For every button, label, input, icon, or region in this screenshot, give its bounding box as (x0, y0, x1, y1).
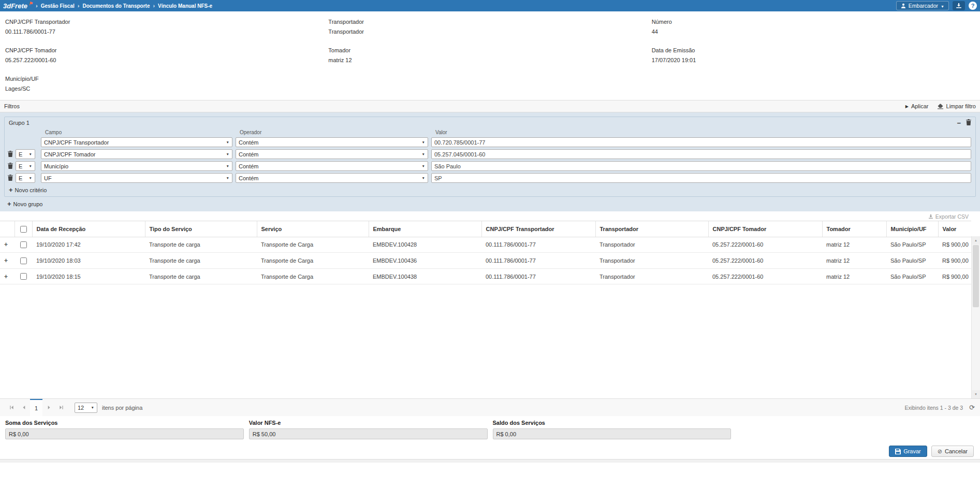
add-group-button[interactable]: + Novo grupo (7, 201, 42, 207)
filter-group-actions: − (957, 119, 971, 126)
column-header[interactable]: Embarque (369, 221, 481, 237)
campo-value: CNPJ/CPF Tomador (44, 151, 95, 157)
expand-row-button[interactable]: + (4, 242, 8, 247)
conjunction-select[interactable]: E ▼ (16, 161, 35, 171)
column-header[interactable]: Serviço (257, 221, 369, 237)
valor-input[interactable] (431, 173, 971, 183)
page-size-select[interactable]: 12 ▼ (75, 403, 97, 413)
column-header[interactable]: Tomador (822, 221, 886, 237)
conjunction-select[interactable]: E ▼ (16, 173, 35, 183)
expand-cell: + (0, 268, 14, 284)
breadcrumb-item[interactable]: Documentos do Transporte (82, 3, 150, 9)
user-menu[interactable]: Embarcador ▼ (896, 1, 949, 10)
campo-select[interactable]: UF ▼ (41, 173, 232, 183)
page-number[interactable]: 1 (30, 399, 42, 416)
clear-filter-button[interactable]: Limpar filtro (937, 103, 976, 109)
expand-column-header (0, 221, 14, 237)
campo-select[interactable]: Município ▼ (41, 161, 232, 171)
collapse-group-button[interactable]: − (957, 120, 961, 126)
select-column-header (14, 221, 32, 237)
table-row[interactable]: + 19/10/2020 17:42 Transporte de carga T… (0, 237, 971, 253)
app-logo[interactable]: 3dFrete ⚑ (3, 2, 33, 10)
logo-text: 3dFrete (3, 2, 27, 10)
delete-criterion-button[interactable] (8, 151, 13, 158)
pager-info: Exibindo itens 1 - 3 de 3 (904, 405, 963, 411)
add-criterion-button[interactable]: + Novo critério (9, 187, 47, 193)
delete-criterion-button[interactable] (8, 163, 13, 170)
row-checkbox[interactable] (20, 241, 27, 248)
last-page-button[interactable] (55, 399, 67, 416)
column-header[interactable]: Data de Recepção (32, 221, 145, 237)
delete-group-button[interactable] (966, 119, 971, 126)
column-header-label: Município/UF (891, 226, 927, 232)
download-icon (928, 214, 933, 219)
column-header[interactable]: Transportador (595, 221, 708, 237)
export-csv-button[interactable]: Exportar CSV (928, 213, 969, 220)
operador-select[interactable]: Contém ▼ (236, 149, 428, 159)
operador-select[interactable]: Contém ▼ (236, 161, 428, 171)
chevron-right-icon: › (153, 3, 155, 9)
valor-input[interactable] (431, 161, 971, 171)
table-row[interactable]: + 19/10/2020 18:15 Transporte de carga T… (0, 268, 971, 284)
chevron-down-icon: ▼ (422, 164, 425, 168)
operador-select[interactable]: Contém ▼ (236, 173, 428, 183)
cell-cnpj-tomador: 05.257.222/0001-60 (708, 253, 822, 269)
conjunction-select[interactable]: E ▼ (16, 149, 35, 159)
breadcrumb-item[interactable]: Vínculo Manual NFS-e (158, 3, 212, 9)
cancel-button[interactable]: ⊘ Cancelar (931, 446, 974, 457)
valor-input[interactable] (431, 137, 971, 147)
scroll-down-icon[interactable]: ▼ (972, 390, 980, 398)
cell-tipo-servico: Transporte de carga (145, 237, 257, 253)
chevron-down-icon: ▼ (91, 406, 94, 409)
help-button[interactable]: ? (969, 2, 977, 10)
column-header[interactable]: CNPJ/CPF Transportador (481, 221, 595, 237)
select-cell (14, 268, 32, 284)
select-all-checkbox[interactable] (20, 226, 27, 233)
apply-filter-button[interactable]: ▶ Aplicar (905, 103, 929, 109)
header-field: Tomador matriz 12 (328, 47, 651, 63)
next-page-button[interactable] (42, 399, 55, 416)
download-button[interactable] (953, 1, 965, 10)
scroll-up-icon[interactable]: ▲ (972, 236, 980, 245)
download-icon (956, 3, 962, 9)
column-header[interactable]: Município/UF (886, 221, 938, 237)
grid-wrap: Data de Recepção Tipo do Serviço Serviço… (0, 221, 980, 398)
play-icon: ▶ (905, 104, 909, 109)
cell-servico: Transporte de Carga (257, 237, 369, 253)
column-header[interactable]: Tipo do Serviço (145, 221, 257, 237)
refresh-button[interactable]: ⟳ (969, 404, 975, 411)
column-header[interactable]: CNPJ/CPF Tomador (708, 221, 822, 237)
chevron-down-icon: ▼ (941, 5, 944, 8)
campo-select[interactable]: CNPJ/CPF Tomador ▼ (41, 149, 232, 159)
operador-value: Contém (239, 151, 259, 157)
filters-body: Grupo 1 − Campo Operador Valor (0, 112, 980, 211)
cell-embarque: EMBDEV.100436 (369, 253, 481, 269)
prev-page-button[interactable] (18, 399, 30, 416)
delete-criterion-button[interactable] (8, 175, 13, 182)
expand-row-button[interactable]: + (4, 274, 8, 279)
filter-criterion-row: E ▼ UF ▼ Contém ▼ (8, 173, 971, 183)
column-header-label: Valor (943, 226, 957, 232)
header-field: CNPJ/CPF Transportador 00.111.786/0001-7… (5, 19, 328, 35)
first-page-button[interactable] (5, 399, 18, 416)
row-checkbox[interactable] (20, 257, 27, 264)
valor-input[interactable] (431, 149, 971, 159)
scrollbar-thumb[interactable] (973, 245, 979, 307)
trash-icon (8, 163, 13, 169)
campo-select[interactable]: CNPJ/CPF Transportador ▼ (41, 137, 232, 147)
vertical-scrollbar[interactable]: ▲ ▼ (971, 236, 980, 398)
row-checkbox[interactable] (20, 273, 27, 280)
breadcrumb-item[interactable]: Gestão Fiscal (41, 3, 75, 9)
save-button[interactable]: Gravar (889, 446, 927, 457)
cell-cnpj-tomador: 05.257.222/0001-60 (708, 268, 822, 284)
header-field-value: 44 (652, 28, 975, 35)
expand-cell: + (0, 237, 14, 253)
operador-select[interactable]: Contém ▼ (236, 137, 428, 147)
column-header[interactable]: Valor (938, 221, 971, 237)
filters-section: Filtros ▶ Aplicar Limpar filtro Grupo 1 … (0, 100, 980, 211)
next-page-icon (47, 405, 51, 410)
table-row[interactable]: + 19/10/2020 18:03 Transporte de carga T… (0, 253, 971, 269)
select-cell (14, 237, 32, 253)
expand-row-button[interactable]: + (4, 258, 8, 263)
header-field-label: Município/UF (5, 76, 328, 82)
